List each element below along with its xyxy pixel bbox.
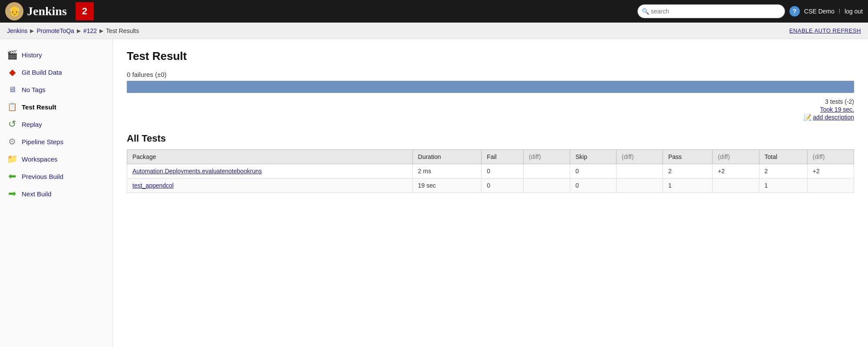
- col-header-package: Package: [127, 150, 413, 164]
- breadcrumb-sep-3: ▶: [99, 28, 103, 34]
- header-separator: l: [839, 8, 840, 15]
- sidebar-label-git: Git Build Data: [22, 69, 62, 76]
- test-progress-bar: [127, 81, 854, 93]
- took-link[interactable]: Took 19 sec.: [127, 106, 854, 113]
- col-header-duration: Duration: [413, 150, 482, 164]
- failures-label: 0 failures (±0): [127, 71, 854, 78]
- sidebar-item-next-build[interactable]: ➡ Next Build: [0, 185, 112, 202]
- sidebar-label-replay: Replay: [22, 121, 42, 128]
- pencil-icon: 📝: [804, 114, 811, 121]
- cell-pass-2: 1: [663, 178, 712, 193]
- sidebar-label-next-build: Next Build: [22, 190, 51, 198]
- add-desc-label: add description: [813, 114, 854, 121]
- sidebar-label-tags: No Tags: [22, 86, 46, 93]
- cell-duration-1: 2 ms: [413, 164, 482, 178]
- cell-skip-1: 0: [570, 164, 616, 178]
- jenkins-logo-icon: 👴: [5, 2, 23, 20]
- sidebar-item-history[interactable]: 🎬 History: [0, 46, 112, 63]
- breadcrumb-promotetqa[interactable]: PromoteToQa: [36, 27, 74, 34]
- col-header-fail: Fail: [482, 150, 524, 164]
- page-title: Test Result: [127, 50, 854, 63]
- breadcrumb-sep-2: ▶: [77, 28, 81, 34]
- table-body: Automation.Deployments.evaluatenotebookr…: [127, 164, 854, 193]
- help-icon[interactable]: ?: [789, 6, 800, 17]
- history-icon: 🎬: [7, 50, 17, 60]
- col-header-fail-diff: (diff): [523, 150, 570, 164]
- notification-badge[interactable]: 2: [76, 2, 94, 20]
- col-header-skip: Skip: [570, 150, 616, 164]
- cell-duration-2: 19 sec: [413, 178, 482, 193]
- sidebar-label-test-result: Test Result: [22, 103, 56, 111]
- search-input[interactable]: [637, 4, 785, 18]
- sidebar-item-no-tags[interactable]: 🖥 No Tags: [0, 81, 112, 98]
- sidebar-item-replay[interactable]: ↺ Replay: [0, 116, 112, 133]
- replay-icon: ↺: [7, 119, 17, 129]
- breadcrumb-current: Test Results: [106, 27, 139, 34]
- page-layout: 🎬 History ◆ Git Build Data 🖥 No Tags 📋 T…: [0, 39, 868, 347]
- col-header-total: Total: [759, 150, 807, 164]
- cell-fail-1: 0: [482, 164, 524, 178]
- search-wrapper: 🔍: [637, 4, 785, 18]
- col-header-skip-diff: (diff): [616, 150, 663, 164]
- sidebar-item-previous-build[interactable]: ⬅ Previous Build: [0, 168, 112, 185]
- sidebar-label-prev-build: Previous Build: [22, 173, 63, 180]
- header: 👴 Jenkins 2 🔍 ? CSE Demo l log out: [0, 0, 868, 23]
- col-header-pass: Pass: [663, 150, 712, 164]
- breadcrumb-build-number[interactable]: #122: [83, 27, 97, 34]
- cell-total-diff-2: [807, 178, 854, 193]
- package-link-1[interactable]: Automation.Deployments.evaluatenotebookr…: [132, 168, 262, 175]
- cell-pass-diff-2: [713, 178, 759, 193]
- breadcrumb: Jenkins ▶ PromoteToQa ▶ #122 ▶ Test Resu…: [0, 23, 868, 39]
- logo: 👴 Jenkins: [5, 2, 67, 20]
- cell-fail-2: 0: [482, 178, 524, 193]
- app-title: Jenkins: [27, 4, 67, 18]
- cell-fail-diff-1: [523, 164, 570, 178]
- cell-package-2: test_appendcol: [127, 178, 413, 193]
- user-name: CSE Demo: [804, 8, 835, 15]
- all-tests-title: All Tests: [127, 133, 854, 144]
- tags-icon: 🖥: [7, 84, 17, 95]
- col-header-total-diff: (diff): [807, 150, 854, 164]
- cell-total-diff-1: +2: [807, 164, 854, 178]
- sidebar-item-workspaces[interactable]: 📁 Workspaces: [0, 150, 112, 168]
- sidebar-item-test-result[interactable]: 📋 Test Result: [0, 98, 112, 116]
- add-description-link[interactable]: 📝 add description: [127, 114, 854, 121]
- workspace-icon: 📁: [7, 154, 17, 164]
- test-stats: 3 tests (-2) Took 19 sec. 📝 add descript…: [127, 98, 854, 121]
- cell-package-1: Automation.Deployments.evaluatenotebookr…: [127, 164, 413, 178]
- cell-total-2: 1: [759, 178, 807, 193]
- cell-pass-diff-1: +2: [713, 164, 759, 178]
- sidebar-label-workspaces: Workspaces: [22, 155, 57, 163]
- sidebar-item-git-build-data[interactable]: ◆ Git Build Data: [0, 63, 112, 81]
- git-icon: ◆: [7, 67, 17, 77]
- breadcrumb-jenkins[interactable]: Jenkins: [7, 27, 27, 34]
- sidebar-label-history: History: [22, 51, 42, 59]
- cell-pass-1: 2: [663, 164, 712, 178]
- table-header: Package Duration Fail (diff) Skip (diff)…: [127, 150, 854, 164]
- test-result-icon: 📋: [7, 102, 17, 112]
- cell-skip-diff-2: [616, 178, 663, 193]
- cell-skip-2: 0: [570, 178, 616, 193]
- tests-table: Package Duration Fail (diff) Skip (diff)…: [127, 149, 854, 193]
- auto-refresh-link[interactable]: ENABLE AUTO REFRESH: [789, 27, 861, 34]
- prev-build-icon: ⬅: [7, 171, 17, 182]
- sidebar-item-pipeline-steps[interactable]: ⚙ Pipeline Steps: [0, 133, 112, 150]
- pipeline-icon: ⚙: [7, 136, 17, 147]
- breadcrumb-sep-1: ▶: [30, 28, 34, 34]
- col-header-pass-diff: (diff): [713, 150, 759, 164]
- sidebar-label-pipeline: Pipeline Steps: [22, 138, 63, 145]
- cell-skip-diff-1: [616, 164, 663, 178]
- cell-fail-diff-2: [523, 178, 570, 193]
- next-build-icon: ➡: [7, 188, 17, 199]
- tests-count: 3 tests (-2): [127, 98, 854, 105]
- sidebar: 🎬 History ◆ Git Build Data 🖥 No Tags 📋 T…: [0, 39, 113, 347]
- cell-total-1: 2: [759, 164, 807, 178]
- search-container: 🔍 ? CSE Demo l log out: [637, 4, 863, 18]
- logout-button[interactable]: log out: [845, 8, 863, 15]
- progress-bar-fill: [127, 81, 854, 93]
- package-link-2[interactable]: test_appendcol: [132, 182, 174, 189]
- main-content: Test Result 0 failures (±0) 3 tests (-2)…: [113, 39, 868, 347]
- table-row: Automation.Deployments.evaluatenotebookr…: [127, 164, 854, 178]
- table-row: test_appendcol 19 sec 0 0 1 1: [127, 178, 854, 193]
